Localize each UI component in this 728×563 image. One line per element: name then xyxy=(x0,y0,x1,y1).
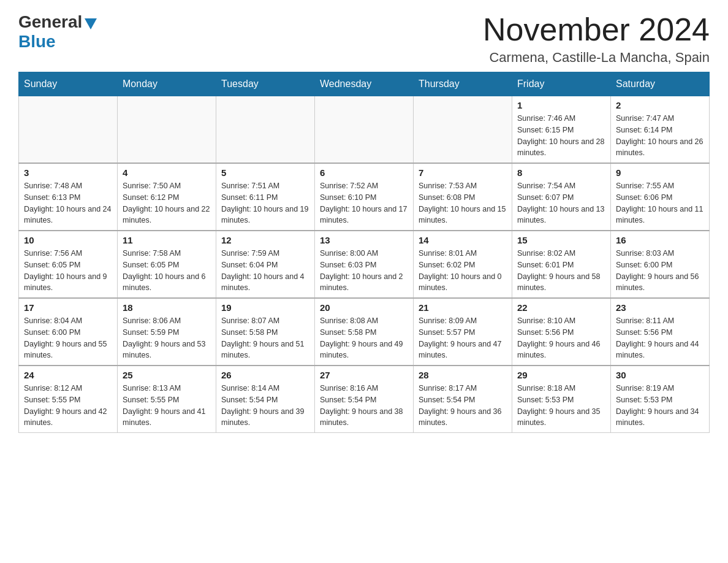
calendar-day-cell: 27Sunrise: 8:16 AMSunset: 5:54 PMDayligh… xyxy=(315,366,414,433)
day-info: Sunrise: 8:19 AMSunset: 5:53 PMDaylight:… xyxy=(616,383,704,429)
calendar-day-cell: 9Sunrise: 7:55 AMSunset: 6:06 PMDaylight… xyxy=(611,163,710,231)
logo-blue-text: Blue xyxy=(18,32,56,52)
day-info: Sunrise: 8:00 AMSunset: 6:03 PMDaylight:… xyxy=(320,248,408,294)
calendar-day-cell: 14Sunrise: 8:01 AMSunset: 6:02 PMDayligh… xyxy=(414,231,512,298)
day-number: 4 xyxy=(123,167,211,178)
day-number: 17 xyxy=(24,302,112,313)
calendar-day-cell xyxy=(118,96,216,164)
calendar-day-cell: 22Sunrise: 8:10 AMSunset: 5:56 PMDayligh… xyxy=(512,298,611,366)
logo: General Blue xyxy=(18,12,97,52)
calendar-day-cell: 12Sunrise: 7:59 AMSunset: 6:04 PMDayligh… xyxy=(216,231,315,298)
day-info: Sunrise: 7:59 AMSunset: 6:04 PMDaylight:… xyxy=(221,248,309,294)
calendar-day-cell: 19Sunrise: 8:07 AMSunset: 5:58 PMDayligh… xyxy=(216,298,315,366)
calendar-day-cell xyxy=(315,96,414,164)
calendar-day-cell: 5Sunrise: 7:51 AMSunset: 6:11 PMDaylight… xyxy=(216,163,315,231)
col-header-sunday: Sunday xyxy=(19,72,118,96)
day-info: Sunrise: 8:01 AMSunset: 6:02 PMDaylight:… xyxy=(419,248,507,294)
day-number: 1 xyxy=(517,100,605,110)
day-info: Sunrise: 7:58 AMSunset: 6:05 PMDaylight:… xyxy=(123,248,211,294)
day-info: Sunrise: 8:07 AMSunset: 5:58 PMDaylight:… xyxy=(221,315,309,361)
calendar-week-row: 10Sunrise: 7:56 AMSunset: 6:05 PMDayligh… xyxy=(19,231,710,298)
day-number: 12 xyxy=(221,235,309,245)
day-number: 7 xyxy=(419,167,507,178)
col-header-tuesday: Tuesday xyxy=(216,72,315,96)
calendar-day-cell: 1Sunrise: 7:46 AMSunset: 6:15 PMDaylight… xyxy=(512,96,611,164)
day-number: 25 xyxy=(123,370,211,380)
calendar-day-cell: 6Sunrise: 7:52 AMSunset: 6:10 PMDaylight… xyxy=(315,163,414,231)
day-info: Sunrise: 7:56 AMSunset: 6:05 PMDaylight:… xyxy=(24,248,112,294)
day-number: 10 xyxy=(24,235,112,245)
day-info: Sunrise: 7:47 AMSunset: 6:14 PMDaylight:… xyxy=(616,113,704,159)
day-info: Sunrise: 8:04 AMSunset: 6:00 PMDaylight:… xyxy=(24,315,112,361)
day-number: 5 xyxy=(221,167,309,178)
calendar-day-cell: 7Sunrise: 7:53 AMSunset: 6:08 PMDaylight… xyxy=(414,163,512,231)
calendar-day-cell: 16Sunrise: 8:03 AMSunset: 6:00 PMDayligh… xyxy=(611,231,710,298)
calendar-day-cell: 11Sunrise: 7:58 AMSunset: 6:05 PMDayligh… xyxy=(118,231,216,298)
calendar-day-cell: 21Sunrise: 8:09 AMSunset: 5:57 PMDayligh… xyxy=(414,298,512,366)
day-number: 9 xyxy=(616,167,704,178)
day-info: Sunrise: 8:12 AMSunset: 5:55 PMDaylight:… xyxy=(24,383,112,429)
day-number: 26 xyxy=(221,370,309,380)
day-info: Sunrise: 7:54 AMSunset: 6:07 PMDaylight:… xyxy=(517,180,605,226)
day-info: Sunrise: 8:02 AMSunset: 6:01 PMDaylight:… xyxy=(517,248,605,294)
calendar-day-cell: 25Sunrise: 8:13 AMSunset: 5:55 PMDayligh… xyxy=(118,366,216,433)
day-number: 21 xyxy=(419,302,507,313)
day-number: 18 xyxy=(123,302,211,313)
day-info: Sunrise: 7:51 AMSunset: 6:11 PMDaylight:… xyxy=(221,180,309,226)
day-number: 3 xyxy=(24,167,112,178)
calendar-day-cell xyxy=(414,96,512,164)
calendar-day-cell: 17Sunrise: 8:04 AMSunset: 6:00 PMDayligh… xyxy=(19,298,118,366)
day-number: 6 xyxy=(320,167,408,178)
col-header-friday: Friday xyxy=(512,72,611,96)
day-info: Sunrise: 8:08 AMSunset: 5:58 PMDaylight:… xyxy=(320,315,408,361)
title-area: November 2024 Carmena, Castille-La Manch… xyxy=(483,12,710,66)
day-number: 19 xyxy=(221,302,309,313)
day-info: Sunrise: 7:55 AMSunset: 6:06 PMDaylight:… xyxy=(616,180,704,226)
calendar-table: SundayMondayTuesdayWednesdayThursdayFrid… xyxy=(18,72,710,433)
day-info: Sunrise: 8:13 AMSunset: 5:55 PMDaylight:… xyxy=(123,383,211,429)
calendar-day-cell: 26Sunrise: 8:14 AMSunset: 5:54 PMDayligh… xyxy=(216,366,315,433)
day-info: Sunrise: 8:16 AMSunset: 5:54 PMDaylight:… xyxy=(320,383,408,429)
day-number: 27 xyxy=(320,370,408,380)
calendar-week-row: 17Sunrise: 8:04 AMSunset: 6:00 PMDayligh… xyxy=(19,298,710,366)
calendar-week-row: 3Sunrise: 7:48 AMSunset: 6:13 PMDaylight… xyxy=(19,163,710,231)
day-number: 13 xyxy=(320,235,408,245)
day-info: Sunrise: 7:53 AMSunset: 6:08 PMDaylight:… xyxy=(419,180,507,226)
calendar-day-cell: 15Sunrise: 8:02 AMSunset: 6:01 PMDayligh… xyxy=(512,231,611,298)
col-header-saturday: Saturday xyxy=(611,72,710,96)
day-number: 20 xyxy=(320,302,408,313)
month-title: November 2024 xyxy=(483,12,710,47)
calendar-week-row: 24Sunrise: 8:12 AMSunset: 5:55 PMDayligh… xyxy=(19,366,710,433)
day-info: Sunrise: 7:46 AMSunset: 6:15 PMDaylight:… xyxy=(517,113,605,159)
calendar-day-cell: 2Sunrise: 7:47 AMSunset: 6:14 PMDaylight… xyxy=(611,96,710,164)
location-title: Carmena, Castille-La Mancha, Spain xyxy=(483,50,710,66)
logo-triangle-icon xyxy=(85,18,97,29)
calendar-day-cell: 20Sunrise: 8:08 AMSunset: 5:58 PMDayligh… xyxy=(315,298,414,366)
logo-general-text: General xyxy=(18,12,82,32)
day-info: Sunrise: 7:50 AMSunset: 6:12 PMDaylight:… xyxy=(123,180,211,226)
day-number: 22 xyxy=(517,302,605,313)
day-number: 16 xyxy=(616,235,704,245)
calendar-day-cell: 23Sunrise: 8:11 AMSunset: 5:56 PMDayligh… xyxy=(611,298,710,366)
day-number: 11 xyxy=(123,235,211,245)
day-number: 29 xyxy=(517,370,605,380)
calendar-day-cell: 30Sunrise: 8:19 AMSunset: 5:53 PMDayligh… xyxy=(611,366,710,433)
day-info: Sunrise: 8:14 AMSunset: 5:54 PMDaylight:… xyxy=(221,383,309,429)
day-number: 2 xyxy=(616,100,704,110)
calendar-day-cell: 8Sunrise: 7:54 AMSunset: 6:07 PMDaylight… xyxy=(512,163,611,231)
page-header: General Blue November 2024 Carmena, Cast… xyxy=(18,12,710,66)
col-header-thursday: Thursday xyxy=(414,72,512,96)
calendar-day-cell xyxy=(19,96,118,164)
day-number: 24 xyxy=(24,370,112,380)
day-info: Sunrise: 8:11 AMSunset: 5:56 PMDaylight:… xyxy=(616,315,704,361)
calendar-day-cell: 29Sunrise: 8:18 AMSunset: 5:53 PMDayligh… xyxy=(512,366,611,433)
day-number: 28 xyxy=(419,370,507,380)
calendar-day-cell xyxy=(216,96,315,164)
day-number: 23 xyxy=(616,302,704,313)
calendar-day-cell: 4Sunrise: 7:50 AMSunset: 6:12 PMDaylight… xyxy=(118,163,216,231)
day-info: Sunrise: 8:18 AMSunset: 5:53 PMDaylight:… xyxy=(517,383,605,429)
calendar-day-cell: 3Sunrise: 7:48 AMSunset: 6:13 PMDaylight… xyxy=(19,163,118,231)
calendar-week-row: 1Sunrise: 7:46 AMSunset: 6:15 PMDaylight… xyxy=(19,96,710,164)
calendar-day-cell: 10Sunrise: 7:56 AMSunset: 6:05 PMDayligh… xyxy=(19,231,118,298)
col-header-wednesday: Wednesday xyxy=(315,72,414,96)
